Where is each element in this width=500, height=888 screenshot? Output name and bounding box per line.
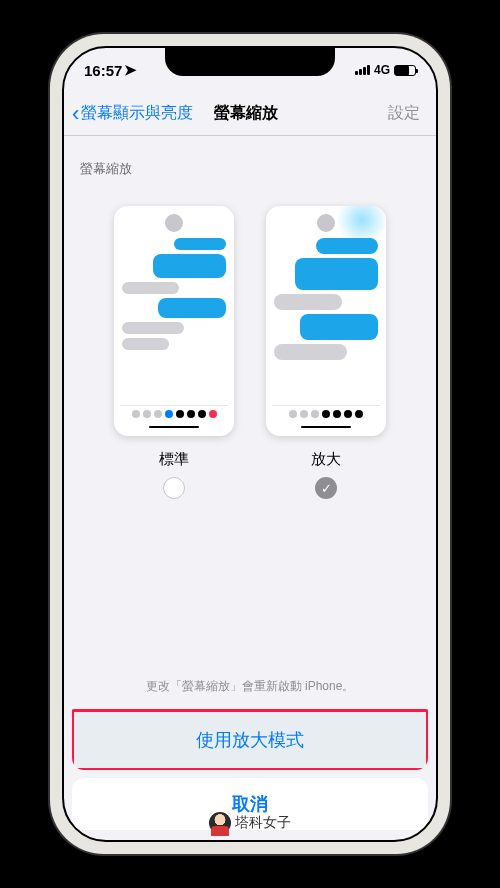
confirm-button[interactable]: 使用放大模式: [74, 712, 426, 768]
option-zoomed[interactable]: 放大 ✓: [266, 206, 386, 499]
option-standard[interactable]: 標準: [114, 206, 234, 499]
watermark: 塔科女子: [209, 812, 291, 834]
sheet-message: 更改「螢幕縮放」會重新啟動 iPhone。: [72, 664, 428, 710]
zoom-previews: 標準: [64, 186, 436, 509]
page-title: 螢幕縮放: [214, 103, 278, 124]
location-icon: ➤: [124, 61, 137, 79]
watermark-avatar-icon: [209, 812, 231, 834]
notch: [165, 48, 335, 76]
action-sheet: 更改「螢幕縮放」會重新啟動 iPhone。 使用放大模式 取消 塔科女子: [72, 664, 428, 830]
back-button[interactable]: ‹ 螢幕顯示與亮度: [72, 101, 214, 127]
option-standard-label: 標準: [159, 450, 189, 469]
nav-right-button[interactable]: 設定: [278, 103, 428, 124]
cancel-label: 取消: [232, 794, 268, 814]
navigation-bar: ‹ 螢幕顯示與亮度 螢幕縮放 設定: [64, 92, 436, 136]
section-header: 螢幕縮放: [64, 136, 436, 186]
chevron-left-icon: ‹: [72, 101, 79, 127]
cancel-button[interactable]: 取消 塔科女子: [72, 778, 428, 830]
signal-icon: [355, 65, 370, 75]
back-label: 螢幕顯示與亮度: [81, 103, 193, 124]
battery-icon: [394, 65, 416, 76]
option-zoomed-label: 放大: [311, 450, 341, 469]
watermark-text: 塔科女子: [235, 814, 291, 832]
avatar-icon: [317, 214, 335, 232]
avatar-icon: [165, 214, 183, 232]
preview-zoomed: [266, 206, 386, 436]
phone-frame: 16:57 ➤ 4G ‹ 螢幕顯示與亮度 螢幕縮放 設定 螢幕縮放: [50, 34, 450, 854]
preview-standard: [114, 206, 234, 436]
radio-standard[interactable]: [163, 477, 185, 499]
status-time: 16:57: [84, 62, 122, 79]
radio-zoomed[interactable]: ✓: [315, 477, 337, 499]
network-label: 4G: [374, 63, 390, 77]
phone-screen: 16:57 ➤ 4G ‹ 螢幕顯示與亮度 螢幕縮放 設定 螢幕縮放: [62, 46, 438, 842]
